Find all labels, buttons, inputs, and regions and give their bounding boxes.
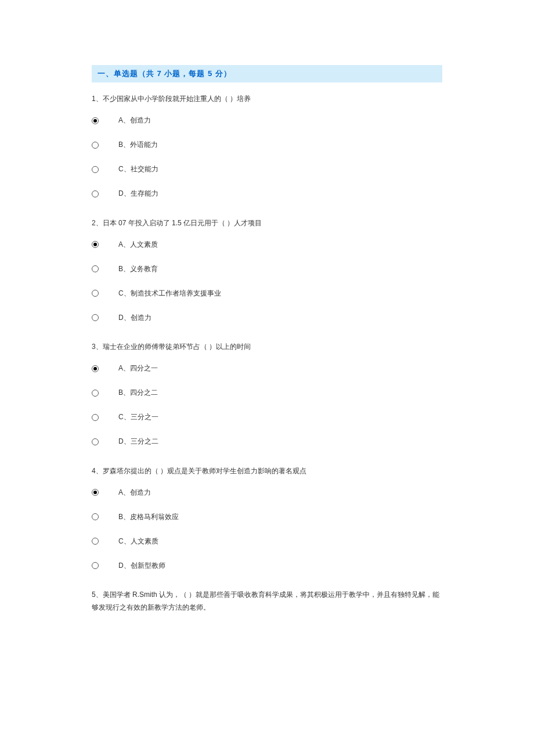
radio-q3-a[interactable] <box>92 365 99 372</box>
option-row: D、创新型教师 <box>92 560 442 571</box>
option-row: C、人文素质 <box>92 535 442 547</box>
option-row: C、社交能力 <box>92 164 442 175</box>
option-row: B、外语能力 <box>92 139 442 151</box>
question-text: 5、美国学者 R.Smith 认为，（ ）就是那些善于吸收教育科学成果，将其积极… <box>92 589 442 614</box>
radio-q1-a[interactable] <box>92 117 99 124</box>
option-label: B、皮格马利翁效应 <box>118 512 179 522</box>
option-label: D、生存能力 <box>118 189 158 199</box>
option-row: D、创造力 <box>92 312 442 323</box>
option-row: B、四分之二 <box>92 387 442 399</box>
radio-q2-a[interactable] <box>92 241 99 248</box>
radio-q4-a[interactable] <box>92 489 99 496</box>
radio-q4-c[interactable] <box>92 538 99 545</box>
radio-q3-c[interactable] <box>92 414 99 421</box>
radio-q1-b[interactable] <box>92 142 99 149</box>
option-label: A、创造力 <box>118 488 151 498</box>
option-row: D、三分之二 <box>92 436 442 448</box>
option-label: B、义务教育 <box>118 264 158 274</box>
option-row: D、生存能力 <box>92 188 442 200</box>
question-block: 5、美国学者 R.Smith 认为，（ ）就是那些善于吸收教育科学成果，将其积极… <box>92 589 442 614</box>
option-label: C、三分之一 <box>118 412 158 422</box>
radio-q4-b[interactable] <box>92 513 99 520</box>
option-label: B、四分之二 <box>118 388 158 398</box>
question-text: 2、日本 07 年投入启动了 1.5 亿日元用于（ ）人才项目 <box>92 217 442 230</box>
radio-q1-d[interactable] <box>92 190 99 197</box>
radio-q3-b[interactable] <box>92 390 99 397</box>
option-row: A、人文素质 <box>92 239 442 250</box>
option-label: C、人文素质 <box>118 537 158 546</box>
question-text: 1、不少国家从中小学阶段就开始注重人的（ ）培养 <box>92 93 442 106</box>
question-text: 3、瑞士在企业的师傅带徒弟环节占（ ）以上的时间 <box>92 341 442 354</box>
option-row: B、义务教育 <box>92 263 442 275</box>
option-label: A、四分之一 <box>118 363 158 373</box>
question-block: 2、日本 07 年投入启动了 1.5 亿日元用于（ ）人才项目 A、人文素质 B… <box>92 217 442 324</box>
question-text: 4、罗森塔尔提出的（ ）观点是关于教师对学生创造力影响的著名观点 <box>92 465 442 478</box>
option-label: A、人文素质 <box>118 240 158 250</box>
radio-q2-c[interactable] <box>92 290 99 297</box>
option-row: C、三分之一 <box>92 412 442 423</box>
option-label: C、制造技术工作者培养支援事业 <box>118 289 221 298</box>
radio-q3-d[interactable] <box>92 438 99 445</box>
option-row: B、皮格马利翁效应 <box>92 511 442 523</box>
question-block: 4、罗森塔尔提出的（ ）观点是关于教师对学生创造力影响的著名观点 A、创造力 B… <box>92 465 442 572</box>
section-header: 一、单选题（共 7 小题，每题 5 分） <box>92 65 442 82</box>
option-row: C、制造技术工作者培养支援事业 <box>92 287 442 299</box>
question-block: 3、瑞士在企业的师傅带徒弟环节占（ ）以上的时间 A、四分之一 B、四分之二 C… <box>92 341 442 448</box>
option-label: D、创新型教师 <box>118 561 165 571</box>
option-label: D、三分之二 <box>118 437 158 447</box>
option-label: A、创造力 <box>118 116 151 125</box>
option-row: A、四分之一 <box>92 363 442 375</box>
radio-q2-b[interactable] <box>92 265 99 272</box>
option-label: B、外语能力 <box>118 140 158 150</box>
radio-q4-d[interactable] <box>92 562 99 569</box>
option-row: A、创造力 <box>92 487 442 498</box>
radio-q2-d[interactable] <box>92 314 99 321</box>
option-row: A、创造力 <box>92 115 442 127</box>
option-label: C、社交能力 <box>118 164 158 174</box>
radio-q1-c[interactable] <box>92 166 99 173</box>
option-label: D、创造力 <box>118 313 151 323</box>
question-block: 1、不少国家从中小学阶段就开始注重人的（ ）培养 A、创造力 B、外语能力 C、… <box>92 93 442 200</box>
